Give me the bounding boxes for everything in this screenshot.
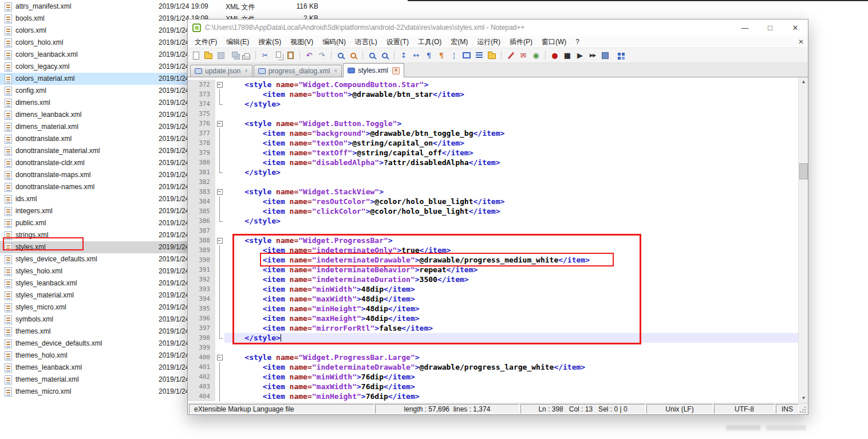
xml-file-icon (5, 111, 12, 120)
print-icon[interactable] (241, 50, 251, 61)
scrollbar-thumb[interactable] (799, 163, 808, 179)
file-name: dimens_material.xml (15, 123, 78, 131)
fold-margin (215, 343, 224, 352)
code-line: 402 <item name="minWidth">76dip</item> (188, 372, 798, 382)
document-map-icon[interactable] (461, 50, 472, 61)
maximize-button[interactable]: □ (757, 19, 783, 36)
indent-guide-icon[interactable]: ¦ (449, 50, 459, 61)
save-icon[interactable] (216, 50, 226, 61)
xml-file-icon (5, 291, 12, 300)
fold-collapse-icon[interactable] (215, 236, 224, 245)
menu-item-s[interactable]: 搜索(S) (254, 36, 286, 48)
copy-icon[interactable] (273, 50, 283, 61)
menu-item-t[interactable]: 设置(T) (382, 36, 413, 48)
menu-item-m[interactable]: 宏(M) (446, 36, 472, 48)
find-icon[interactable] (336, 50, 346, 61)
save-all-icon-shape (232, 52, 238, 57)
tab-close-icon[interactable]: × (392, 67, 400, 75)
status-eol-format[interactable]: Unix (LF) (646, 404, 713, 414)
line-number: 379 (188, 148, 215, 158)
fold-margin (215, 284, 224, 294)
line-number: 375 (188, 109, 215, 119)
show-all-characters-icon[interactable]: ¶ (436, 50, 447, 61)
macro-record-icon[interactable]: ● (550, 50, 560, 61)
mail-icon[interactable]: ✉ (518, 50, 528, 61)
open-file-icon[interactable] (203, 50, 214, 61)
fold-collapse-icon[interactable] (215, 187, 224, 197)
close-button[interactable]: ✕ (783, 19, 808, 36)
view-eye-icon[interactable]: ◉ (531, 50, 541, 61)
code-text: <style name="Widget.ProgressBar.Large"> (224, 352, 798, 362)
menu-item-n[interactable]: 编码(N) (318, 36, 350, 48)
cut-icon[interactable]: ✂ (260, 50, 270, 61)
paste-icon[interactable] (285, 50, 295, 61)
fold-collapse-icon[interactable] (215, 119, 224, 128)
xml-file-icon (5, 135, 12, 144)
fold-margin (215, 255, 224, 265)
sync-horizontal-icon[interactable]: ↔ (411, 50, 421, 61)
scroll-down-arrow-icon[interactable]: ▼ (799, 394, 808, 403)
xml-file-icon (5, 2, 12, 11)
menu-item-e[interactable]: 编辑(E) (222, 36, 254, 48)
replace-icon-shape (350, 53, 356, 58)
scroll-up-arrow-icon[interactable]: ▲ (799, 77, 808, 87)
tab-close-icon[interactable]: × (244, 68, 248, 74)
save-all-icon[interactable] (228, 50, 239, 61)
menu-close-button[interactable]: ✕ (794, 38, 808, 46)
sync-vertical-icon[interactable]: ↕ (399, 50, 409, 61)
xml-file-icon (5, 375, 12, 385)
menu-item-?[interactable]: ? (571, 36, 584, 48)
file-row[interactable]: attrs_manifest.xml2019/1/24 19:09XML 文件1… (0, 1, 366, 13)
tab-close-icon[interactable]: × (334, 68, 337, 74)
annotation-box-indeterminate-drawable-line (260, 253, 614, 266)
save-macro-icon[interactable] (600, 50, 610, 61)
macro-play-icon[interactable]: ▶ (575, 50, 585, 61)
menu-item-p[interactable]: 插件(P) (505, 36, 537, 48)
xml-file-icon (5, 315, 12, 324)
fold-collapse-icon[interactable] (215, 80, 224, 89)
tab-update-json[interactable]: update.json× (190, 65, 252, 77)
menu-item-o[interactable]: 工具(O) (413, 36, 446, 48)
resize-grip[interactable] (800, 404, 807, 414)
line-number: 401 (188, 362, 215, 372)
word-wrap-icon[interactable]: ¶ (424, 50, 434, 61)
xml-file-icon (5, 267, 12, 276)
menu-item-l[interactable]: 语言(L) (350, 36, 382, 48)
menu-item-r[interactable]: 运行(R) (472, 36, 505, 48)
minimize-button[interactable]: — (732, 19, 757, 36)
redo-icon[interactable]: ↷ (317, 50, 327, 61)
fold-collapse-icon[interactable] (215, 352, 224, 362)
toolbar-separator (501, 51, 502, 60)
vertical-scrollbar[interactable]: ▲ ▼ (798, 77, 808, 403)
xml-file-icon (5, 339, 12, 348)
tab-styles-xml[interactable]: styles.xml× (343, 63, 404, 77)
code-text (224, 109, 798, 119)
editor[interactable]: 372 <style name="Widget.CompoundButton.S… (188, 77, 808, 403)
undo-icon[interactable]: ↶ (304, 50, 314, 61)
macro-stop-icon[interactable]: ■ (562, 50, 573, 61)
save-icon-shape (218, 52, 224, 59)
menu-item-f[interactable]: 文件(F) (190, 36, 222, 48)
tab-progress_dialog-xml[interactable]: progress_dialog.xml× (254, 65, 342, 77)
line-number: 392 (188, 275, 215, 284)
code-line: 377 <item name="background">@drawable/bt… (188, 128, 798, 138)
line-number: 383 (188, 187, 215, 197)
zoom-in-icon[interactable] (367, 50, 377, 61)
line-number: 386 (188, 216, 215, 226)
code-line: 373 <item name="button">@drawable/btn_st… (188, 89, 798, 99)
edit-pencil-icon[interactable] (506, 50, 516, 61)
status-encoding[interactable]: UTF-8 (714, 404, 775, 414)
status-insert-mode[interactable]: INS (776, 404, 799, 414)
replace-icon[interactable] (348, 50, 358, 61)
new-file-icon[interactable] (191, 50, 201, 61)
zoom-out-icon[interactable] (380, 50, 390, 61)
plugins-icon[interactable] (613, 50, 623, 61)
file-date: 2019/1/24 19:09 (159, 2, 208, 10)
folder-as-workspace-icon[interactable] (487, 50, 497, 61)
function-list-icon[interactable] (474, 50, 484, 61)
menu-item-w[interactable]: 窗口(W) (537, 36, 571, 48)
macro-run-multiple-icon[interactable]: ▶▶ (587, 50, 598, 61)
line-number: 378 (188, 138, 215, 148)
menu-item-v[interactable]: 视图(V) (286, 36, 318, 48)
xml-file-icon (5, 327, 12, 336)
